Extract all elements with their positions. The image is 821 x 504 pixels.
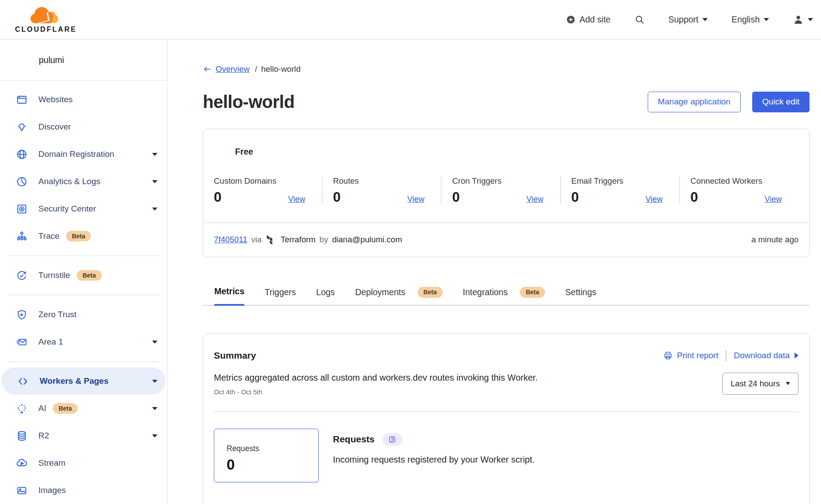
sidebar-item-analytics-logs[interactable]: Analytics & Logs bbox=[0, 168, 167, 195]
globe-icon bbox=[16, 148, 28, 160]
sidebar-item-turnstile[interactable]: Turnstile Beta bbox=[0, 262, 167, 289]
summary-card: Summary Print report Download data bbox=[203, 333, 810, 504]
stat-cron-triggers: Cron Triggers 0 View bbox=[441, 176, 560, 204]
sidebar-item-workers-pages[interactable]: Workers & Pages bbox=[1, 367, 166, 395]
stat-value: 0 bbox=[333, 190, 340, 204]
print-report-link[interactable]: Print report bbox=[663, 351, 718, 360]
sidebar-item-r2[interactable]: R2 bbox=[0, 422, 167, 449]
tab-bar: Metrics Triggers Logs Deployments Beta I… bbox=[203, 286, 810, 306]
view-link[interactable]: View bbox=[288, 195, 306, 204]
requests-heading: Requests bbox=[333, 434, 375, 445]
cloudflare-logo-text: CLOUDFLARE bbox=[15, 26, 77, 33]
requests-section: Requests Incoming requests registered by… bbox=[333, 429, 535, 465]
page-title: hello-world bbox=[203, 92, 295, 112]
view-link[interactable]: View bbox=[526, 195, 544, 204]
download-data-link[interactable]: Download data bbox=[734, 351, 799, 360]
chevron-down-icon bbox=[808, 18, 813, 21]
sidebar-item-domain-registration[interactable]: Domain Registration bbox=[0, 141, 167, 168]
safe-icon bbox=[16, 203, 28, 215]
deployment-id-link[interactable]: 7f405011 bbox=[214, 235, 247, 245]
breadcrumb-overview-link[interactable]: Overview bbox=[216, 64, 250, 74]
deployment-by-label: by bbox=[320, 235, 328, 245]
sidebar-nav: Websites Discover Domain Registration bbox=[0, 81, 167, 504]
header-controls: Add site Support English bbox=[566, 14, 821, 25]
book-icon bbox=[388, 435, 396, 444]
summary-title: Summary bbox=[214, 350, 256, 361]
summary-description: Metrics aggregated across all custom and… bbox=[214, 373, 537, 383]
printer-icon bbox=[663, 351, 673, 360]
sparkles-icon bbox=[16, 403, 28, 415]
sidebar-item-images[interactable]: Images bbox=[0, 477, 167, 504]
tab-logs[interactable]: Logs bbox=[316, 286, 335, 306]
top-header: CLOUDFLARE Add site Support English bbox=[0, 0, 821, 40]
vertical-divider bbox=[726, 350, 726, 361]
user-icon bbox=[793, 14, 804, 25]
email-icon bbox=[16, 336, 28, 348]
chevron-down-icon bbox=[152, 407, 157, 410]
terraform-icon bbox=[267, 235, 275, 245]
sidebar-item-ai[interactable]: AI Beta bbox=[0, 395, 167, 422]
trace-icon bbox=[16, 230, 28, 242]
quick-edit-button[interactable]: Quick edit bbox=[752, 92, 810, 112]
tab-triggers[interactable]: Triggers bbox=[265, 286, 296, 306]
support-label: Support bbox=[668, 15, 698, 25]
stat-value: 0 bbox=[214, 190, 221, 204]
docs-badge[interactable] bbox=[382, 433, 403, 446]
beta-badge: Beta bbox=[77, 270, 101, 281]
requests-stat-card[interactable]: Requests 0 bbox=[214, 429, 319, 482]
requests-description: Incoming requests registered by your Wor… bbox=[333, 455, 535, 465]
sidebar-divider bbox=[8, 295, 159, 295]
deployment-author: diana@pulumi.com bbox=[332, 235, 402, 245]
deployment-time: a minute ago bbox=[751, 235, 799, 245]
turnstile-icon bbox=[16, 270, 28, 282]
add-site-button[interactable]: Add site bbox=[566, 15, 610, 25]
view-link[interactable]: View bbox=[646, 195, 663, 204]
sidebar-item-zero-trust[interactable]: Zero Trust bbox=[0, 301, 167, 328]
sidebar-item-discover[interactable]: Discover bbox=[0, 113, 167, 141]
sidebar-item-security-center[interactable]: Security Center bbox=[0, 195, 167, 222]
tab-deployments[interactable]: Deployments Beta bbox=[355, 286, 442, 306]
cloudflare-logo[interactable]: CLOUDFLARE bbox=[15, 6, 77, 33]
summary-divider bbox=[214, 411, 799, 412]
tab-metrics[interactable]: Metrics bbox=[214, 286, 244, 306]
plus-circle-icon bbox=[566, 15, 575, 24]
chevron-down-icon bbox=[152, 180, 157, 183]
account-menu[interactable] bbox=[793, 14, 813, 25]
sidebar-item-trace[interactable]: Trace Beta bbox=[0, 222, 167, 250]
time-range-selector[interactable]: Last 24 hours bbox=[722, 373, 799, 395]
sidebar-item-area-1[interactable]: Area 1 bbox=[0, 328, 167, 356]
account-name[interactable]: pulumi bbox=[0, 40, 167, 81]
beta-badge: Beta bbox=[418, 287, 442, 298]
tab-settings[interactable]: Settings bbox=[565, 286, 596, 306]
view-link[interactable]: View bbox=[407, 195, 425, 204]
sidebar-item-websites[interactable]: Websites bbox=[0, 86, 167, 113]
language-label: English bbox=[731, 15, 760, 25]
chevron-down-icon bbox=[786, 382, 790, 385]
manage-application-button[interactable]: Manage application bbox=[648, 92, 741, 112]
beta-badge: Beta bbox=[520, 287, 545, 298]
stat-custom-domains: Custom Domains 0 View bbox=[214, 176, 322, 204]
view-link[interactable]: View bbox=[765, 195, 782, 204]
breadcrumb-current: hello-world bbox=[261, 64, 300, 74]
sidebar-item-stream[interactable]: Stream bbox=[0, 449, 167, 477]
breadcrumb: Overview / hello-world bbox=[203, 64, 810, 74]
workers-icon bbox=[17, 375, 29, 387]
pie-chart-icon bbox=[16, 176, 28, 188]
plan-card: Free Custom Domains 0 View Routes 0 Vie bbox=[203, 129, 810, 257]
back-arrow-icon[interactable] bbox=[203, 65, 212, 74]
stat-value: 0 bbox=[452, 190, 459, 204]
tab-integrations[interactable]: Integrations Beta bbox=[463, 286, 545, 306]
database-icon bbox=[16, 430, 28, 442]
stream-icon bbox=[16, 457, 28, 469]
shield-icon bbox=[16, 309, 28, 321]
search-button[interactable] bbox=[634, 15, 645, 25]
add-site-label: Add site bbox=[579, 15, 610, 25]
language-menu[interactable]: English bbox=[731, 15, 769, 25]
deployment-via-label: via bbox=[251, 235, 262, 245]
support-menu[interactable]: Support bbox=[668, 15, 708, 25]
search-icon bbox=[634, 15, 645, 25]
stat-email-triggers: Email Triggers 0 View bbox=[561, 176, 680, 204]
plan-name: Free bbox=[203, 129, 809, 157]
requests-stat-label: Requests bbox=[227, 444, 318, 453]
deployment-tool: Terraform bbox=[280, 235, 315, 245]
